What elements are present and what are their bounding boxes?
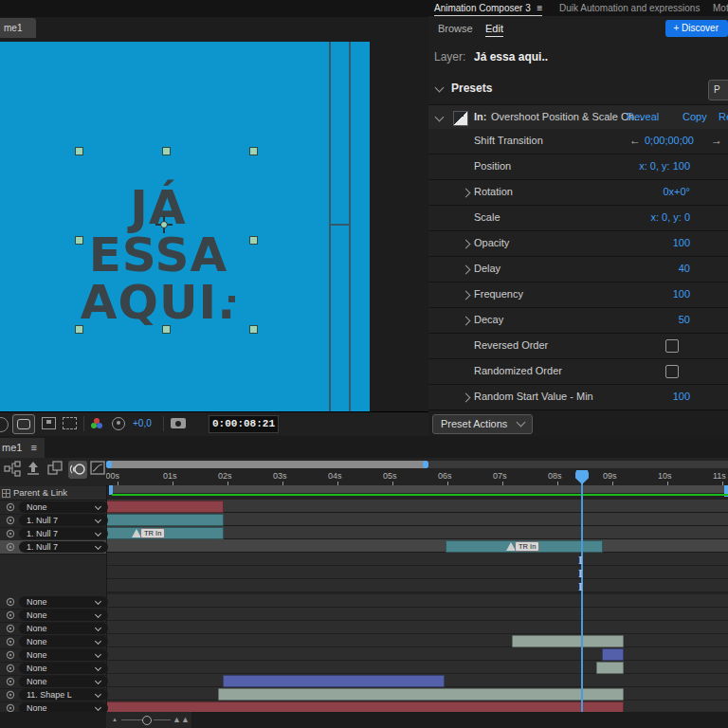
layer-duration-bar[interactable] bbox=[512, 635, 624, 647]
layer-row[interactable]: None bbox=[0, 622, 106, 636]
preset-actions-button[interactable]: Preset Actions bbox=[432, 414, 533, 434]
chevron-right-icon[interactable] bbox=[462, 265, 471, 275]
pick-whip-icon[interactable] bbox=[6, 542, 15, 552]
checkbox[interactable] bbox=[665, 365, 679, 378]
parent-dropdown[interactable]: 1. Null 7 bbox=[19, 528, 108, 539]
layer-row[interactable]: None bbox=[0, 662, 106, 676]
pick-whip-icon[interactable] bbox=[6, 664, 15, 673]
mask-visibility-icon[interactable] bbox=[12, 414, 35, 434]
draft-3d-icon[interactable] bbox=[26, 461, 45, 479]
parent-dropdown[interactable]: None bbox=[19, 501, 108, 513]
zoom-in-mountain-icon[interactable]: ▲▲ bbox=[173, 715, 190, 724]
layer-row[interactable]: None bbox=[0, 635, 106, 649]
chevron-right-icon[interactable] bbox=[462, 189, 471, 198]
layer-duration-bar[interactable] bbox=[602, 648, 624, 661]
timeline-zoom-control[interactable]: ▲ ▲▲ bbox=[106, 712, 191, 728]
tab-edit[interactable]: Edit bbox=[485, 23, 503, 37]
zoom-out-mountain-icon[interactable]: ▲ bbox=[112, 717, 118, 722]
pick-whip-icon[interactable] bbox=[6, 516, 15, 525]
chevron-right-icon[interactable] bbox=[462, 317, 471, 326]
pick-whip-icon[interactable] bbox=[6, 637, 15, 646]
parent-link-header[interactable]: Parent & Link bbox=[0, 486, 106, 500]
layer-name[interactable]: Já essa aqui.. bbox=[474, 50, 548, 64]
tab-duik[interactable]: Duik Automation and expressions bbox=[559, 2, 700, 15]
parent-dropdown[interactable]: None bbox=[19, 610, 108, 621]
selection-handle[interactable] bbox=[249, 325, 258, 334]
layer-row[interactable]: 1. Null 7 bbox=[0, 540, 106, 555]
stepper-right-arrow-icon[interactable]: → bbox=[711, 134, 722, 147]
pick-whip-icon[interactable] bbox=[6, 529, 15, 538]
parent-dropdown[interactable]: None bbox=[19, 649, 108, 661]
tab-animation-composer[interactable]: Animation Composer 3 ≡ bbox=[434, 2, 542, 16]
selection-handle[interactable] bbox=[162, 325, 171, 334]
selection-handle[interactable] bbox=[249, 236, 258, 245]
discover-button[interactable]: + Discover bbox=[665, 20, 728, 37]
parent-dropdown[interactable]: 1. Null 7 bbox=[19, 515, 108, 526]
layer-track[interactable] bbox=[106, 661, 728, 674]
title-action-safe-icon[interactable] bbox=[42, 417, 56, 429]
chevron-right-icon[interactable] bbox=[462, 291, 471, 300]
zoom-slider-knob[interactable] bbox=[142, 716, 152, 725]
exposure-value[interactable]: +0,0 bbox=[133, 418, 152, 428]
layer-track[interactable] bbox=[106, 539, 728, 553]
parent-dropdown[interactable]: None bbox=[19, 636, 108, 647]
pick-whip-icon[interactable] bbox=[6, 502, 15, 512]
composition-view[interactable]: JÁ ESSA AQUI. bbox=[0, 42, 370, 411]
pick-whip-icon[interactable] bbox=[6, 690, 15, 700]
layer-row[interactable]: 1. Null 7 bbox=[0, 514, 106, 528]
mini-flowchart-icon[interactable] bbox=[4, 461, 23, 479]
parent-dropdown[interactable]: None bbox=[19, 663, 108, 674]
navigator-end-cap[interactable] bbox=[423, 461, 428, 468]
layer-row[interactable]: None bbox=[0, 595, 106, 610]
parent-dropdown[interactable]: 1. Null 7 bbox=[19, 541, 108, 553]
parameter-value[interactable]: 50 bbox=[679, 314, 690, 325]
checkbox[interactable] bbox=[665, 339, 679, 353]
layer-row[interactable]: 11. Shape L bbox=[0, 688, 106, 702]
navigator-start-cap[interactable] bbox=[106, 461, 112, 468]
layer-row[interactable]: None bbox=[0, 648, 106, 663]
work-area-bar[interactable] bbox=[112, 485, 728, 493]
parameter-value[interactable]: 100 bbox=[673, 237, 690, 248]
panel-menu-icon[interactable]: ≡ bbox=[537, 3, 543, 13]
layer-duration-bar[interactable] bbox=[218, 688, 624, 701]
frame-blend-icon[interactable] bbox=[47, 461, 66, 479]
layer-marker[interactable]: TR In bbox=[140, 528, 165, 538]
layer-track[interactable] bbox=[106, 608, 728, 621]
viewer-comp-tab[interactable]: me1 bbox=[0, 18, 36, 38]
layer-row[interactable]: 1. Null 7 bbox=[0, 527, 106, 541]
selection-handle[interactable] bbox=[75, 147, 83, 155]
pick-whip-icon[interactable] bbox=[6, 610, 15, 620]
exposure-icon[interactable] bbox=[112, 417, 125, 430]
pick-whip-icon[interactable] bbox=[6, 677, 15, 686]
motion-blur-icon[interactable] bbox=[68, 461, 87, 479]
selection-handle[interactable] bbox=[75, 236, 83, 245]
parameter-value[interactable]: x: 0, y: 100 bbox=[639, 160, 690, 172]
pick-whip-icon[interactable] bbox=[6, 624, 15, 633]
timeline-navigator[interactable] bbox=[106, 461, 728, 468]
layer-track[interactable] bbox=[106, 634, 728, 647]
chevron-right-icon[interactable] bbox=[462, 393, 471, 403]
layer-duration-bar[interactable]: TR In bbox=[446, 540, 603, 553]
current-time-display[interactable]: 0:00:08:21 bbox=[209, 415, 279, 433]
region-of-interest-icon[interactable] bbox=[63, 417, 77, 429]
layer-track[interactable] bbox=[106, 594, 728, 608]
clipped-tool-icon[interactable] bbox=[0, 417, 9, 432]
selection-handle[interactable] bbox=[249, 147, 258, 155]
selection-handle[interactable] bbox=[75, 325, 83, 334]
tab-browse[interactable]: Browse bbox=[438, 23, 473, 34]
time-ruler[interactable]: 0:00s01s02s03s04s05s06s07s08s09s10s11s bbox=[106, 469, 728, 486]
layer-duration-bar[interactable] bbox=[596, 662, 624, 674]
layer-row[interactable]: None bbox=[0, 500, 106, 515]
reveal-link[interactable]: Reveal bbox=[627, 111, 659, 122]
channels-icon[interactable] bbox=[91, 418, 104, 429]
snapshot-camera-icon[interactable] bbox=[171, 418, 186, 428]
selection-handle[interactable] bbox=[162, 147, 171, 155]
presets-section-header[interactable]: Presets P bbox=[428, 78, 728, 100]
navigator-handle[interactable] bbox=[106, 461, 428, 468]
pick-whip-icon[interactable] bbox=[6, 597, 15, 607]
parameter-value[interactable]: 0x+0° bbox=[663, 186, 690, 197]
pick-whip-icon[interactable] bbox=[6, 650, 15, 660]
layer-track[interactable] bbox=[106, 621, 728, 634]
parameter-value[interactable]: 0;00;00;00 bbox=[645, 135, 694, 146]
parameter-value[interactable]: x: 0, y: 0 bbox=[650, 211, 690, 223]
